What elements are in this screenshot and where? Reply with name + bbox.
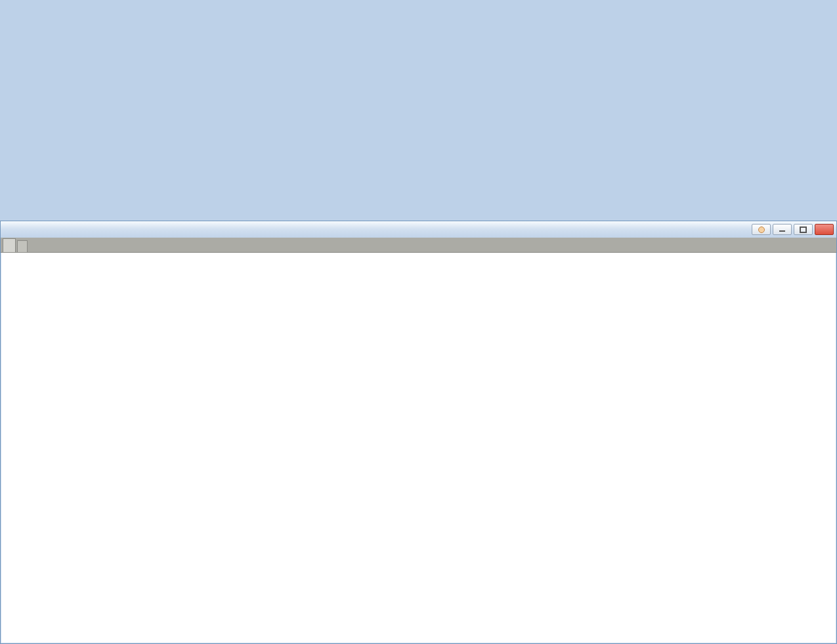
maximize-icon	[800, 226, 807, 233]
maximize-button[interactable]	[794, 224, 813, 235]
close-button[interactable]	[815, 224, 834, 235]
minimize-button[interactable]	[773, 224, 792, 235]
chart-tabbar	[1, 238, 836, 253]
flag-button[interactable]	[752, 224, 771, 235]
new-tab-button[interactable]	[17, 240, 28, 252]
app-logo-icon	[4, 225, 13, 234]
chart-window	[0, 221, 837, 644]
flag-icon	[758, 226, 765, 233]
minimize-icon	[779, 230, 785, 232]
tab-zse-dc[interactable]	[3, 238, 16, 252]
chart-client-area	[1, 253, 836, 643]
chart-window-titlebar[interactable]	[1, 221, 836, 238]
